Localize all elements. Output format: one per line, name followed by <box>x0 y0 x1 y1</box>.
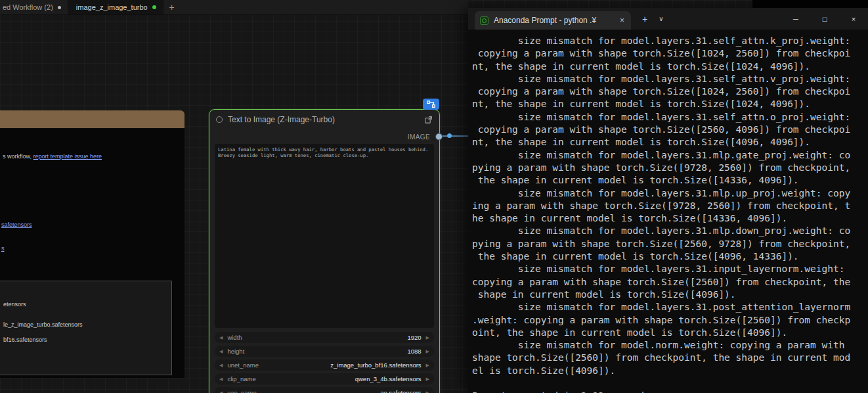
partial-link[interactable]: s <box>1 245 5 252</box>
tab-close-icon[interactable]: × <box>618 16 626 25</box>
workflow-tab-label: ed Workflow (2) <box>3 3 53 11</box>
file-list-box: etensors le_z_image_turbo.safetensors bf… <box>0 281 172 375</box>
terminal-window: Anaconda Prompt - python .¥ × + ∨ ─ □ × … <box>468 8 868 393</box>
next-option-arrow-icon[interactable]: ▶ <box>426 390 429 393</box>
output-label: IMAGE <box>408 133 430 141</box>
clip-name-widget[interactable]: ◀ clip_name qwen_3_4b.safetensors ▶ <box>215 373 434 384</box>
terminal-titlebar[interactable]: Anaconda Prompt - python .¥ × + ∨ ─ □ × <box>468 8 868 30</box>
report-issue-link[interactable]: report template issue here <box>33 153 102 160</box>
app: ed Workflow (2) image_z_image_turbo + s … <box>0 0 868 393</box>
maximize-button[interactable]: □ <box>810 8 839 30</box>
tab-dropdown-chevron-icon[interactable]: ∨ <box>656 15 666 22</box>
terminal-output: size mismatch for model.layers.31.self_a… <box>468 30 868 393</box>
vae-name-widget[interactable]: ◀ vae_name ae.safetensors ▶ <box>215 387 434 393</box>
terminal-body: size mismatch for model.layers.31.self_a… <box>468 30 868 393</box>
anaconda-icon <box>480 16 488 25</box>
wire-midpoint-dot <box>447 133 452 138</box>
prev-option-arrow-icon[interactable]: ◀ <box>219 377 223 382</box>
open-in-new-icon <box>424 116 433 124</box>
decrement-arrow-icon[interactable]: ◀ <box>219 335 223 340</box>
text-to-image-node[interactable]: Text to Image (Z-Image-Turbo) IMAGE Lati… <box>209 109 440 393</box>
note-text-line: s workflow, report template issue here <box>3 153 102 160</box>
node-widgets: ◀ width 1920 ▶ ◀ height 1088 ▶ ◀ unet_na… <box>215 332 434 393</box>
close-button[interactable]: × <box>839 8 868 30</box>
widget-label: clip_name <box>227 375 255 382</box>
workflow-badge-button[interactable] <box>423 99 439 110</box>
graph-icon <box>427 101 435 108</box>
widget-label: vae_name <box>227 389 256 393</box>
active-workflow-dot <box>152 5 156 9</box>
decrement-arrow-icon[interactable]: ◀ <box>219 349 223 354</box>
workflow-tab-label: image_z_image_turbo <box>76 3 148 11</box>
width-widget[interactable]: ◀ width 1920 ▶ <box>215 332 434 343</box>
widget-value[interactable]: qwen_3_4b.safetensors <box>355 375 422 382</box>
widget-label: unet_name <box>227 361 259 369</box>
safetensors-link[interactable]: safetensors <box>1 221 32 228</box>
node-header: Text to Image (Z-Image-Turbo) <box>209 110 439 129</box>
new-workflow-button[interactable]: + <box>163 0 181 14</box>
widget-value[interactable]: z_image_turbo_bf16.safetensors <box>330 361 421 369</box>
note-text: s workflow, <box>3 153 33 160</box>
increment-arrow-icon[interactable]: ▶ <box>426 335 429 340</box>
unsaved-indicator-dot <box>58 6 61 9</box>
increment-arrow-icon[interactable]: ▶ <box>426 349 429 354</box>
widget-value[interactable]: 1920 <box>407 334 421 341</box>
terminal-tab-title: Anaconda Prompt - python .¥ <box>494 16 613 25</box>
note-node-header[interactable] <box>0 110 184 128</box>
prompt-textarea[interactable]: Latina female with thick wavy hair, harb… <box>215 144 434 328</box>
widget-value[interactable]: ae.safetensors <box>380 389 421 393</box>
new-tab-button[interactable]: + <box>639 14 651 24</box>
file-list-item: bf16.safetensors <box>3 336 47 343</box>
file-list-item: le_z_image_turbo.safetensors <box>3 321 83 328</box>
widget-label: height <box>227 348 244 355</box>
next-option-arrow-icon[interactable]: ▶ <box>426 363 429 368</box>
widget-value[interactable]: 1088 <box>407 348 421 355</box>
unet-name-widget[interactable]: ◀ unet_name z_image_turbo_bf16.safetenso… <box>215 359 434 371</box>
node-title: Text to Image (Z-Image-Turbo) <box>228 115 419 124</box>
terminal-tab[interactable]: Anaconda Prompt - python .¥ × <box>475 11 631 30</box>
note-node-body: s workflow, report template issue here s… <box>0 128 184 378</box>
workflow-tab-active[interactable]: image_z_image_turbo <box>68 0 163 14</box>
workflow-tabbar: ed Workflow (2) image_z_image_turbo + <box>0 0 468 15</box>
node-output-row: IMAGE <box>209 129 439 144</box>
file-list-item: etensors <box>3 301 26 308</box>
workflow-tab-inactive[interactable]: ed Workflow (2) <box>0 0 68 14</box>
prev-option-arrow-icon[interactable]: ◀ <box>219 390 223 393</box>
next-option-arrow-icon[interactable]: ▶ <box>426 377 429 382</box>
top-window-strip <box>752 0 868 8</box>
collapse-dot[interactable] <box>216 116 223 123</box>
minimize-button[interactable]: ─ <box>781 8 810 30</box>
prev-option-arrow-icon[interactable]: ◀ <box>219 363 223 368</box>
window-controls: ─ □ × <box>781 8 868 30</box>
height-widget[interactable]: ◀ height 1088 ▶ <box>215 346 434 357</box>
expand-node-button[interactable] <box>424 116 433 124</box>
image-output-slot[interactable] <box>435 133 443 141</box>
widget-label: width <box>227 334 242 341</box>
